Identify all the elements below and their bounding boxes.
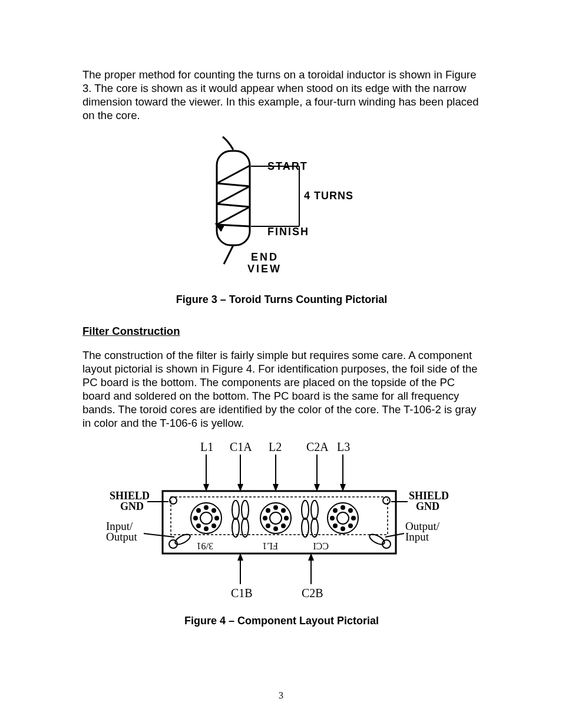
svg-point-35 [337, 512, 349, 524]
figure-3-toroid: START 4 TURNS FINISH END VIEW [199, 133, 364, 286]
fig4-l2: L2 [269, 440, 282, 453]
svg-point-30 [274, 527, 277, 531]
svg-point-15 [200, 512, 212, 524]
svg-point-20 [204, 527, 208, 531]
svg-point-37 [349, 509, 352, 512]
svg-point-27 [282, 509, 285, 512]
svg-line-53 [144, 533, 174, 537]
svg-point-26 [274, 506, 277, 509]
fig4-l1: L1 [200, 440, 213, 453]
svg-rect-0 [217, 151, 250, 245]
fig4-c1a: C1A [230, 440, 252, 453]
fig4-output-left: Output [106, 531, 138, 543]
fig3-finish-label: FINISH [267, 226, 309, 238]
fig4-shield-right: SHIELD [409, 490, 449, 502]
fig4-board-cci: CCI [313, 541, 329, 551]
svg-point-33 [266, 509, 270, 512]
svg-point-17 [212, 509, 216, 512]
svg-point-19 [212, 524, 216, 528]
construction-paragraph: The construction of the filter is fairly… [82, 348, 481, 430]
fig3-turns-label: 4 TURNS [304, 190, 353, 202]
svg-point-18 [215, 516, 219, 520]
svg-point-39 [349, 524, 352, 528]
svg-point-32 [263, 516, 267, 520]
fig3-start-label: START [267, 160, 308, 172]
fig4-shield-left: SHIELD [110, 490, 150, 502]
page-number: 3 [0, 690, 562, 701]
svg-point-44 [232, 500, 239, 519]
svg-point-40 [341, 527, 345, 531]
svg-point-29 [282, 524, 285, 528]
svg-point-38 [352, 516, 355, 520]
svg-point-22 [194, 516, 197, 520]
svg-point-42 [330, 516, 334, 520]
fig4-board-fl1: FL1 [262, 541, 278, 551]
fig3-view-label: VIEW [247, 263, 282, 275]
svg-point-47 [242, 518, 249, 537]
figure-4-layout: L1 C1A L2 C2A L3 [93, 440, 470, 611]
svg-point-49 [311, 500, 318, 519]
figure-4-caption: Figure 4 – Component Layout Pictorial [82, 615, 481, 627]
figure-3-caption: Figure 3 – Toroid Turns Counting Pictori… [82, 294, 481, 306]
fig4-gnd-right: GND [416, 500, 439, 512]
svg-point-10 [383, 497, 390, 504]
fig4-l3: L3 [337, 440, 350, 453]
svg-line-55 [385, 533, 404, 537]
svg-point-36 [341, 506, 345, 509]
fig3-end-label: END [251, 251, 279, 263]
fig4-gnd-left: GND [120, 500, 144, 512]
fig4-c1b: C1B [231, 587, 253, 599]
svg-point-51 [311, 518, 318, 537]
fig4-board-date: 3/91 [197, 541, 213, 551]
svg-point-43 [333, 509, 337, 512]
svg-point-23 [197, 509, 200, 512]
svg-point-25 [270, 512, 282, 524]
svg-point-48 [302, 500, 309, 519]
svg-point-28 [285, 516, 288, 520]
svg-point-21 [197, 524, 200, 528]
fig4-c2a: C2A [306, 440, 329, 453]
svg-point-41 [333, 524, 337, 528]
svg-point-45 [242, 500, 249, 519]
fig4-c2b: C2B [302, 587, 323, 599]
svg-point-31 [266, 524, 270, 528]
svg-point-50 [302, 518, 309, 537]
section-heading-filter-construction: Filter Construction [82, 325, 481, 338]
fig4-input-right: Input [405, 531, 429, 543]
svg-point-16 [204, 506, 208, 509]
document-page: The proper method for counting the turns… [0, 0, 562, 728]
svg-point-46 [232, 518, 239, 537]
intro-paragraph: The proper method for counting the turns… [82, 68, 481, 123]
